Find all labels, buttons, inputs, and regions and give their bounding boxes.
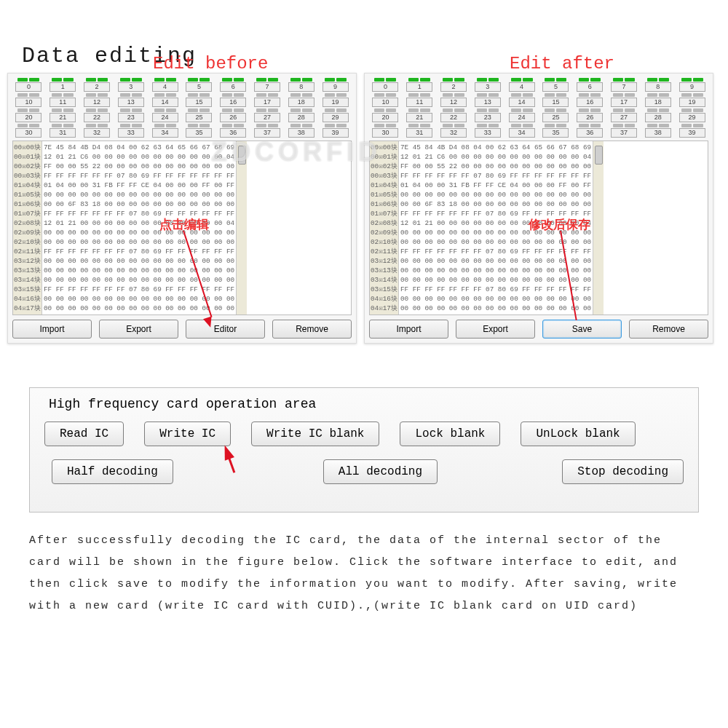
- remove-button[interactable]: Remove: [629, 320, 708, 339]
- sector-cell[interactable]: 31: [403, 124, 436, 138]
- sector-cell[interactable]: 25: [183, 108, 215, 122]
- sector-cell[interactable]: 39: [676, 124, 708, 138]
- import-button[interactable]: Import: [12, 320, 92, 339]
- scroll-thumb[interactable]: [595, 146, 603, 165]
- all-decoding-button[interactable]: All decoding: [323, 459, 438, 484]
- sector-cell[interactable]: 21: [403, 108, 436, 122]
- sector-cell[interactable]: 20: [12, 108, 45, 122]
- sector-cell[interactable]: 15: [539, 93, 572, 107]
- sector-cell[interactable]: 32: [438, 124, 470, 138]
- sector-cell[interactable]: 5: [539, 78, 572, 92]
- sector-cell[interactable]: 35: [539, 124, 572, 138]
- sector-cell[interactable]: 27: [608, 108, 641, 122]
- sector-cell[interactable]: 30: [12, 124, 45, 138]
- read-ic-button[interactable]: Read IC: [44, 422, 124, 446]
- sector-cell[interactable]: 3: [471, 78, 504, 92]
- sector-cell[interactable]: 39: [319, 124, 352, 138]
- sector-cell[interactable]: 29: [676, 108, 708, 122]
- lock-blank-button[interactable]: Lock blank: [400, 422, 500, 446]
- sector-cell[interactable]: 19: [676, 93, 708, 107]
- sector-cell[interactable]: 27: [251, 108, 284, 122]
- sector-cell[interactable]: 18: [641, 93, 674, 107]
- sector-cell[interactable]: 28: [641, 108, 674, 122]
- sector-cell[interactable]: 4: [505, 78, 538, 92]
- sector-cell[interactable]: 19: [319, 93, 352, 107]
- unlock-blank-button[interactable]: UnLock blank: [521, 422, 635, 446]
- sector-cell[interactable]: 17: [608, 93, 641, 107]
- sector-cell[interactable]: 3: [114, 78, 147, 92]
- sector-cell[interactable]: 2: [438, 78, 470, 92]
- sector-cell[interactable]: 7: [251, 78, 284, 92]
- sector-cell[interactable]: 12: [438, 93, 470, 107]
- sector-cell[interactable]: 9: [676, 78, 708, 92]
- sector-cell[interactable]: 37: [608, 124, 641, 138]
- sector-cell[interactable]: 16: [217, 93, 250, 107]
- sector-cell[interactable]: 31: [47, 124, 79, 138]
- remove-button[interactable]: Remove: [272, 320, 352, 339]
- sector-cell[interactable]: 33: [471, 124, 504, 138]
- half-decoding-button[interactable]: Half decoding: [52, 459, 173, 484]
- write-ic-blank-button[interactable]: Write IC blank: [251, 422, 379, 446]
- sector-cell[interactable]: 32: [81, 124, 114, 138]
- sector-cell[interactable]: 4: [149, 78, 181, 92]
- sector-cell[interactable]: 2: [81, 78, 114, 92]
- sector-cell[interactable]: 12: [81, 93, 114, 107]
- sector-cell[interactable]: 6: [217, 78, 250, 92]
- scrollbar[interactable]: [236, 141, 247, 314]
- sector-cell[interactable]: 14: [149, 93, 181, 107]
- sector-cell[interactable]: 22: [438, 108, 470, 122]
- sector-cell[interactable]: 29: [319, 108, 352, 122]
- write-ic-button[interactable]: Write IC: [144, 422, 231, 446]
- sector-cell[interactable]: 6: [574, 78, 606, 92]
- sector-cell[interactable]: 24: [149, 108, 181, 122]
- sector-cell[interactable]: 22: [81, 108, 114, 122]
- sector-cell[interactable]: 16: [574, 93, 606, 107]
- sector-cell[interactable]: 38: [285, 124, 317, 138]
- save-button[interactable]: Save: [542, 320, 622, 339]
- sector-cell[interactable]: 8: [285, 78, 317, 92]
- sector-cell[interactable]: 20: [369, 108, 402, 122]
- sector-cell[interactable]: 14: [505, 93, 538, 107]
- export-button[interactable]: Export: [456, 320, 535, 339]
- sector-cell[interactable]: 35: [183, 124, 215, 138]
- sector-cell[interactable]: 8: [641, 78, 674, 92]
- sector-cell[interactable]: 36: [217, 124, 250, 138]
- sector-cell[interactable]: 0: [369, 78, 402, 92]
- scrollbar[interactable]: [593, 141, 604, 314]
- sector-cell[interactable]: 5: [183, 78, 215, 92]
- sector-cell[interactable]: 9: [319, 78, 352, 92]
- sector-cell[interactable]: 26: [217, 108, 250, 122]
- sector-cell[interactable]: 7: [608, 78, 641, 92]
- sector-cell[interactable]: 13: [471, 93, 504, 107]
- sector-cell[interactable]: 21: [47, 108, 79, 122]
- editor-button[interactable]: Editor: [186, 320, 265, 339]
- sector-cell[interactable]: 38: [641, 124, 674, 138]
- sector-cell[interactable]: 10: [12, 93, 45, 107]
- sector-cell[interactable]: 34: [505, 124, 538, 138]
- sector-cell[interactable]: 30: [369, 124, 402, 138]
- sector-cell[interactable]: 25: [539, 108, 572, 122]
- stop-decoding-button[interactable]: Stop decoding: [562, 459, 684, 484]
- sector-cell[interactable]: 10: [369, 93, 402, 107]
- sector-cell[interactable]: 1: [403, 78, 436, 92]
- sector-cell[interactable]: 18: [285, 93, 317, 107]
- sector-cell[interactable]: 0: [12, 78, 45, 92]
- sector-cell[interactable]: 34: [149, 124, 181, 138]
- sector-cell[interactable]: 23: [471, 108, 504, 122]
- sector-cell[interactable]: 13: [114, 93, 147, 107]
- sector-cell[interactable]: 28: [285, 108, 317, 122]
- sector-cell[interactable]: 11: [403, 93, 436, 107]
- sector-cell[interactable]: 1: [47, 78, 79, 92]
- export-button[interactable]: Export: [99, 320, 178, 339]
- sector-cell[interactable]: 37: [251, 124, 284, 138]
- sector-cell[interactable]: 15: [183, 93, 215, 107]
- sector-cell[interactable]: 17: [251, 93, 284, 107]
- sector-cell[interactable]: 24: [505, 108, 538, 122]
- import-button[interactable]: Import: [369, 320, 448, 339]
- sector-cell[interactable]: 11: [47, 93, 79, 107]
- sector-cell[interactable]: 33: [114, 124, 147, 138]
- sector-cell[interactable]: 26: [574, 108, 606, 122]
- scroll-thumb[interactable]: [238, 146, 246, 165]
- sector-cell[interactable]: 36: [574, 124, 606, 138]
- sector-cell[interactable]: 23: [114, 108, 147, 122]
